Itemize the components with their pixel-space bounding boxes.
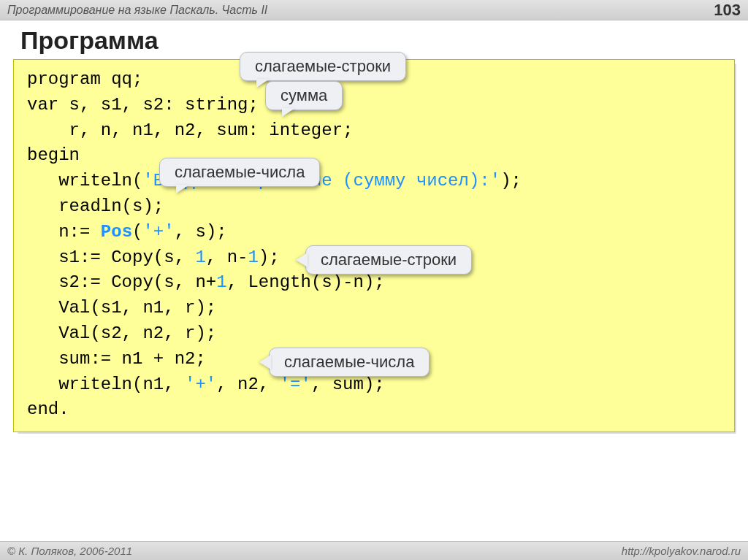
callout-numbers-2: слагаемые-числа — [269, 348, 430, 377]
code-line: n:= — [27, 222, 101, 242]
slide-content: Программа program qq; var s, s1, s2: str… — [0, 20, 748, 432]
code-line: s2:= Copy(s, n+ — [27, 272, 216, 292]
footer-url: http://kpolyakov.narod.ru — [622, 545, 741, 557]
copyright-text: © К. Поляков, 2006-2011 — [7, 545, 132, 557]
callout-strings-2: слагаемые-строки — [305, 245, 472, 275]
callout-strings-1: слагаемые-строки — [240, 52, 406, 81]
callout-label: слагаемые-строки — [255, 57, 391, 75]
code-line: program qq; — [27, 69, 142, 89]
code-line: s1:= Copy(s, — [27, 248, 195, 267]
code-line: , s); — [175, 222, 227, 242]
code-line: r, n, n1, n2, sum: integer; — [27, 120, 353, 140]
code-string: '=' — [280, 375, 311, 394]
callout-label: слагаемые-числа — [175, 163, 305, 181]
code-line: sum:= n1 + n2; — [27, 349, 206, 369]
callout-label: слагаемые-числа — [284, 353, 414, 371]
callout-numbers-1: слагаемые-числа — [159, 158, 320, 187]
code-line: writeln( — [27, 171, 142, 191]
header-bar: Программирование на языке Паскаль. Часть… — [0, 0, 748, 20]
code-line: writeln(n1, — [27, 375, 185, 394]
code-line: , n- — [206, 248, 248, 267]
callout-sum: сумма — [265, 81, 343, 110]
page-number: 103 — [714, 1, 741, 20]
code-number: 1 — [248, 248, 258, 267]
slide-title: Программа — [20, 26, 735, 55]
code-line: begin — [27, 145, 80, 165]
code-number: 1 — [216, 272, 226, 292]
code-line: , n2, — [216, 375, 279, 394]
callout-label: слагаемые-строки — [321, 250, 457, 269]
code-line: end. — [27, 399, 69, 419]
code-string: '+' — [142, 222, 174, 242]
code-line: ); — [500, 171, 522, 191]
code-string: '+' — [185, 375, 216, 394]
footer-bar: © К. Поляков, 2006-2011 http://kpolyakov… — [0, 541, 748, 560]
code-line: var s, s1, s2: string; — [27, 95, 259, 115]
callout-label: сумма — [280, 86, 327, 104]
code-line: ); — [259, 248, 280, 267]
code-line: Val(s1, n1, r); — [27, 298, 216, 318]
breadcrumb: Программирование на языке Паскаль. Часть… — [7, 4, 267, 17]
code-line: Val(s2, n2, r); — [27, 323, 216, 343]
code-line: ( — [132, 222, 142, 242]
code-number: 1 — [195, 248, 205, 267]
code-line: readln(s); — [27, 196, 164, 216]
code-line: , Length(s)-n); — [227, 272, 385, 292]
code-keyword: Pos — [101, 222, 132, 242]
code-block-wrap: program qq; var s, s1, s2: string; r, n,… — [13, 59, 735, 432]
code-line: , sum); — [311, 375, 385, 394]
